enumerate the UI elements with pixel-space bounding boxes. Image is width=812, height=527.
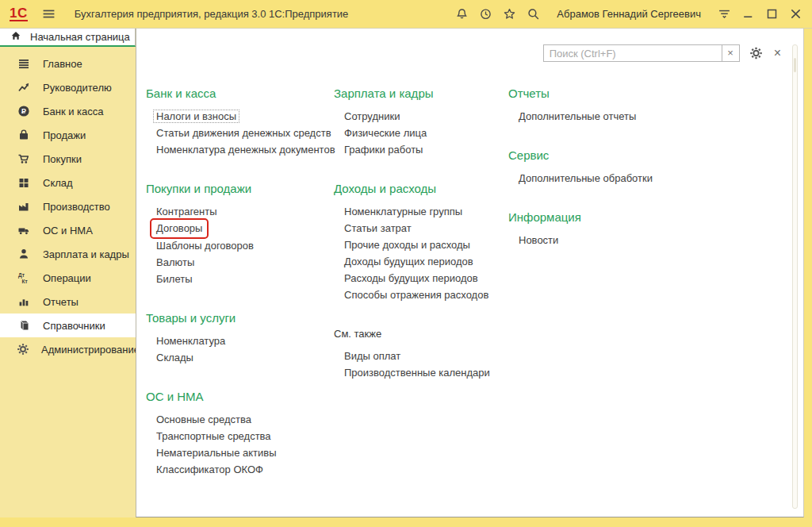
menu-lines-icon <box>17 57 31 70</box>
menu-link[interactable]: Доходы будущих периодов <box>334 253 508 270</box>
menu-link[interactable]: Статьи затрат <box>334 220 508 237</box>
minimize-icon[interactable] <box>741 7 755 21</box>
history-icon[interactable] <box>479 7 492 21</box>
menu-link-label[interactable]: Номенклатура денежных документов <box>156 144 335 156</box>
menu-link[interactable]: Расходы будущих периодов <box>334 270 508 287</box>
menu-link-label[interactable]: Статьи затрат <box>344 222 412 234</box>
menu-link-label[interactable]: Доходы будущих периодов <box>344 256 473 267</box>
gear-icon <box>17 343 29 356</box>
ruble-icon: Р <box>17 105 31 117</box>
global-search-icon[interactable] <box>527 7 540 21</box>
menu-link-label[interactable]: Шаблоны договоров <box>156 240 254 252</box>
menu-link-highlighted[interactable]: Договоры <box>146 220 334 237</box>
service-settings-menu-icon[interactable] <box>718 7 731 21</box>
sidebar-item-10[interactable]: Отчеты <box>0 290 136 314</box>
sidebar-item-label: Справочники <box>43 320 105 332</box>
menu-link[interactable]: Номенклатура денежных документов <box>146 141 334 158</box>
menu-link[interactable]: Новости <box>508 232 803 248</box>
menu-link-label[interactable]: Номенклатурные группы <box>344 206 462 217</box>
sidebar-item-11[interactable]: Справочники <box>0 314 136 337</box>
menu-link-label[interactable]: Валюты <box>156 256 194 268</box>
menu-link[interactable]: Виды оплат <box>334 348 508 364</box>
menu-link-label[interactable]: Налоги и взносы <box>153 110 239 123</box>
menu-link[interactable]: Физические лица <box>334 125 508 141</box>
menu-link-label[interactable]: Физические лица <box>344 127 427 139</box>
menu-link-label[interactable]: Расходы будущих периодов <box>344 272 478 284</box>
menu-link[interactable]: Способы отражения расходов <box>334 287 508 303</box>
sidebar-item-12[interactable]: Администрирование <box>0 337 136 361</box>
menu-link[interactable]: Налоги и взносы <box>146 108 334 125</box>
maximize-icon[interactable] <box>765 7 779 21</box>
menu-link-label[interactable]: Классификатор ОКОФ <box>156 464 263 475</box>
panel-settings-gear-icon[interactable] <box>749 47 763 60</box>
menu-link[interactable]: Билеты <box>146 271 334 287</box>
home-page-tab[interactable]: Начальная страница <box>0 29 136 47</box>
menu-link[interactable]: Классификатор ОКОФ <box>146 461 334 478</box>
menu-link[interactable]: Графики работы <box>334 141 508 158</box>
menu-link-label[interactable]: Новости <box>519 234 558 246</box>
menu-link-label[interactable]: Основные средства <box>156 414 251 425</box>
directories-menu: Банк и кассаНалоги и взносыСтатьи движен… <box>136 86 803 501</box>
menu-group-title: Банк и касса <box>146 86 334 102</box>
window-title: Бухгалтерия предприятия, редакция 3.0 1С… <box>75 8 349 20</box>
menu-link[interactable]: Валюты <box>146 254 334 271</box>
menu-link-label[interactable]: Транспортные средства <box>156 430 271 442</box>
menu-link-label[interactable]: Склады <box>156 352 193 364</box>
menu-link-label[interactable]: Статьи движения денежных средств <box>156 127 331 139</box>
menu-link-label[interactable]: Прочие доходы и расходы <box>344 239 470 251</box>
menu-link[interactable]: Сотрудники <box>334 108 508 125</box>
menu-link-label[interactable]: Производственные календари <box>344 367 490 379</box>
search-clear-button[interactable]: × <box>722 44 740 62</box>
menu-link-label[interactable]: Нематериальные активы <box>156 447 277 459</box>
menu-link-label[interactable]: Договоры <box>150 218 209 239</box>
book-icon <box>17 319 31 332</box>
menu-column-1: Зарплата и кадрыСотрудникиФизические лиц… <box>334 86 508 501</box>
favorites-star-icon[interactable] <box>503 7 516 21</box>
menu-link-label[interactable]: Дополнительные отчеты <box>519 110 636 122</box>
menu-group: Доходы и расходыНоменклатурные группыСта… <box>334 181 508 303</box>
titlebar: 1С Бухгалтерия предприятия, редакция 3.0… <box>0 0 812 28</box>
sidebar-item-6[interactable]: Производство <box>0 194 136 218</box>
menu-link-label[interactable]: Билеты <box>156 273 192 285</box>
scrollbar-thumb[interactable] <box>794 58 796 72</box>
menu-link[interactable]: Шаблоны договоров <box>146 237 334 254</box>
close-icon[interactable] <box>789 7 802 21</box>
menu-link[interactable]: Прочие доходы и расходы <box>334 237 508 253</box>
menu-link[interactable]: Номенклатура <box>146 333 334 349</box>
current-user[interactable]: Абрамов Геннадий Сергеевич <box>557 8 701 20</box>
menu-link[interactable]: Статьи движения денежных средств <box>146 125 334 141</box>
sidebar-item-label: Склад <box>43 177 73 189</box>
notifications-bell-icon[interactable] <box>455 7 469 21</box>
sidebar-item-8[interactable]: Зарплата и кадры <box>0 242 136 266</box>
menu-link[interactable]: Производственные календари <box>334 364 508 381</box>
menu-link-label[interactable]: Виды оплат <box>344 350 400 362</box>
menu-group: ОтчетыДополнительные отчеты <box>508 86 803 125</box>
menu-link[interactable]: Дополнительные отчеты <box>508 108 803 125</box>
sidebar-item-3[interactable]: Продажи <box>0 123 136 147</box>
sidebar-item-2[interactable]: РБанк и касса <box>0 99 136 123</box>
main-menu-hamburger-icon[interactable] <box>42 7 56 21</box>
menu-link[interactable]: Склады <box>146 349 334 366</box>
vertical-scrollbar[interactable] <box>792 44 798 509</box>
panel-close-icon[interactable]: × <box>772 47 783 60</box>
menu-link[interactable]: Номенклатурные группы <box>334 203 508 220</box>
menu-link[interactable]: Контрагенты <box>146 203 334 220</box>
menu-link-label[interactable]: Дополнительные обработки <box>519 172 653 184</box>
menu-link[interactable]: Нематериальные активы <box>146 444 334 461</box>
menu-link-label[interactable]: Графики работы <box>344 144 423 156</box>
menu-link-label[interactable]: Номенклатура <box>156 335 225 347</box>
sidebar-item-0[interactable]: Главное <box>0 52 136 75</box>
menu-link-label[interactable]: Контрагенты <box>156 206 217 217</box>
menu-link[interactable]: Транспортные средства <box>146 428 334 444</box>
sidebar-item-4[interactable]: Покупки <box>0 147 136 171</box>
sidebar-item-1[interactable]: Руководителю <box>0 75 136 99</box>
menu-link[interactable]: Основные средства <box>146 411 334 428</box>
sidebar-item-5[interactable]: Склад <box>0 171 136 194</box>
menu-link[interactable]: Дополнительные обработки <box>508 170 803 187</box>
menu-link-label[interactable]: Способы отражения расходов <box>344 289 488 301</box>
menu-group: См. такжеВиды оплатПроизводственные кале… <box>334 326 508 381</box>
menu-link-label[interactable]: Сотрудники <box>344 110 400 122</box>
sidebar-item-7[interactable]: ОС и НМА <box>0 218 136 242</box>
sidebar-item-9[interactable]: ДтКтОперации <box>0 266 136 290</box>
search-input[interactable] <box>543 44 722 62</box>
